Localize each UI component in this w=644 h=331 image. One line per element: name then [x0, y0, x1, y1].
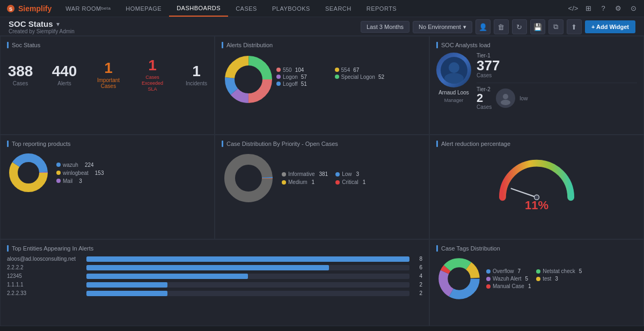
legend-overflow: Overflow 7: [486, 268, 532, 274]
incidents-label: Incidents: [183, 80, 210, 86]
legend-dot-manual-case: [486, 284, 491, 289]
code-icon[interactable]: </>: [568, 3, 579, 14]
nav-cases[interactable]: CASES: [228, 0, 265, 17]
bar-fill-3: [86, 274, 248, 279]
legend-dot-low: [335, 172, 340, 176]
time-range-dropdown[interactable]: Last 3 Months: [361, 21, 409, 33]
cases-metric: 388 Cases: [7, 64, 34, 86]
svg-point-7: [235, 66, 262, 93]
bar-track-2: [86, 265, 409, 270]
exceeded-sla-label: Cases ExceededSLA: [139, 75, 166, 92]
soc-status-title: Soc Status: [7, 42, 208, 48]
toolbar: SOC Status ▾ Created by Siemplify Admin …: [0, 17, 644, 36]
cases-value: 388: [7, 64, 34, 79]
legend-dot-netstat: [536, 269, 540, 274]
entity-label-3: 12345: [7, 273, 82, 279]
soc-status-panel: Soc Status 388 Cases 440 Alerts 1 Import…: [0, 36, 215, 135]
alerts-donut-chart: [222, 53, 270, 101]
important-cases-value: 1: [95, 61, 122, 76]
title-caret[interactable]: ▾: [56, 20, 60, 28]
exceeded-sla-value: 1: [139, 58, 166, 73]
legend-dot-logon: [276, 75, 281, 79]
monitor-icon[interactable]: ⊞: [583, 3, 594, 14]
entity-label-1: aloos@ad.loosconsulting.net: [7, 256, 82, 262]
logo-text: Siemplify: [18, 4, 52, 13]
save-btn[interactable]: 💾: [530, 19, 545, 34]
important-cases-label: Important Cases: [95, 77, 122, 89]
refresh-btn[interactable]: ↻: [512, 19, 527, 34]
analyst-main: Arnaud Loos Manager: [436, 53, 471, 103]
user-icon[interactable]: ⊙: [628, 3, 639, 14]
legend-dot-overflow: [486, 269, 491, 274]
export-btn[interactable]: ⬆: [567, 19, 582, 34]
entity-label-2: 2.2.2.2: [7, 264, 82, 270]
nav-right-icons: </> ⊞ ? ⚙ ⊙: [568, 3, 644, 14]
reporting-legend: wazuh 224 winlogbeat 153 Mail 3: [56, 162, 104, 184]
toolbar-actions: Last 3 Months No Environment ▾ 👤 🗑 ↻ 💾 ⧉…: [361, 19, 635, 34]
top-entities-panel: Top Entities Appearing In Alerts aloos@a…: [0, 239, 429, 326]
bar-count-3: 4: [414, 273, 422, 279]
delete-btn[interactable]: 🗑: [494, 19, 509, 34]
tier1-count: 377: [477, 58, 637, 72]
svg-line-24: [511, 188, 537, 197]
bar-track-3: [86, 274, 409, 279]
logo-icon: S: [6, 4, 15, 13]
legend-dot-logoff: [276, 82, 281, 86]
legend-manual-case: Manual Case 1: [486, 283, 532, 289]
page-title: SOC Status: [9, 19, 53, 28]
case-dist-title: Case Distribution By Priority - Open Cas…: [222, 141, 422, 147]
legend-mail: Mail 3: [56, 178, 104, 184]
alerts-label: Alerts: [51, 80, 78, 86]
svg-point-9: [449, 62, 459, 73]
settings-icon[interactable]: ⚙: [613, 3, 624, 14]
nav-menu: WAR ROOM beta HOMEPAGE DASHBOARDS CASES …: [58, 0, 568, 17]
user-filter-btn[interactable]: 👤: [475, 19, 491, 34]
legend-dot-wazuh: [56, 163, 61, 167]
analysts-content: Arnaud Loos Manager Tier-1 377 Cases Tie…: [436, 53, 637, 110]
case-distribution-panel: Case Distribution By Priority - Open Cas…: [215, 135, 429, 239]
svg-point-23: [236, 165, 261, 191]
help-icon[interactable]: ?: [598, 3, 609, 14]
tier2-section: Tier-2 2 Cases low: [477, 83, 637, 110]
alerts-dist-title: Alerts Distribution: [222, 42, 422, 48]
nav-dashboards[interactable]: DASHBOARDS: [169, 0, 228, 17]
nav-homepage[interactable]: HOMEPAGE: [118, 0, 169, 17]
svg-point-17: [19, 163, 38, 182]
legend-netstat: Netstat check 5: [536, 268, 582, 274]
avatar-image-2: [498, 91, 513, 106]
svg-point-31: [449, 269, 469, 289]
logo[interactable]: S Siemplify: [0, 4, 58, 13]
nav-playbooks[interactable]: PLAYBOOKS: [265, 0, 318, 17]
toolbar-subtitle: Created by Siemplify Admin: [9, 28, 355, 34]
gauge-value: 11%: [525, 198, 548, 212]
bar-count-2: 6: [414, 264, 422, 270]
copy-btn[interactable]: ⧉: [548, 19, 564, 34]
environment-dropdown[interactable]: No Environment ▾: [413, 21, 472, 33]
legend-dot-winlogbeat: [56, 171, 61, 175]
tier2-analyst: low: [519, 95, 528, 101]
analysts-title: SOC Analysts load: [436, 42, 637, 48]
legend-dot-medium: [282, 180, 286, 185]
bar-track-5: [86, 291, 409, 296]
legend-dot-speciallogon: [335, 75, 339, 79]
dashboard-grid: Soc Status 388 Cases 440 Alerts 1 Import…: [0, 36, 644, 326]
nav-reports[interactable]: REPORTS: [359, 0, 404, 17]
nav-war-room[interactable]: WAR ROOM beta: [58, 0, 118, 17]
bar-fill-4: [86, 282, 167, 288]
soc-analysts-panel: SOC Analysts load Arnaud Loos Manager Ti…: [429, 36, 644, 135]
case-dist-legend: Informative 381 Low 3 Medium 1 Critical …: [282, 171, 382, 185]
entity-label-5: 2.2.2.33: [7, 290, 82, 296]
tier1-sub: Cases: [477, 72, 637, 78]
analyst-avatar-2: [496, 89, 515, 108]
legend-dot-test: [536, 277, 540, 281]
nav-search[interactable]: SEARCH: [318, 0, 359, 17]
add-widget-button[interactable]: + Add Widget: [585, 20, 635, 33]
legend-test: test 3: [536, 276, 582, 282]
svg-point-13: [501, 100, 510, 105]
top-navigation: S Siemplify WAR ROOM beta HOMEPAGE DASHB…: [0, 0, 644, 17]
legend-wazuh-alert: Wazuh Alert 5: [486, 276, 532, 282]
case-dist-content: Informative 381 Low 3 Medium 1 Critical …: [222, 151, 422, 205]
legend-dot-mail: [56, 179, 61, 183]
alert-reduction-panel: Alert reduction percentage: [429, 135, 644, 239]
gauge-container: 11%: [436, 151, 637, 215]
